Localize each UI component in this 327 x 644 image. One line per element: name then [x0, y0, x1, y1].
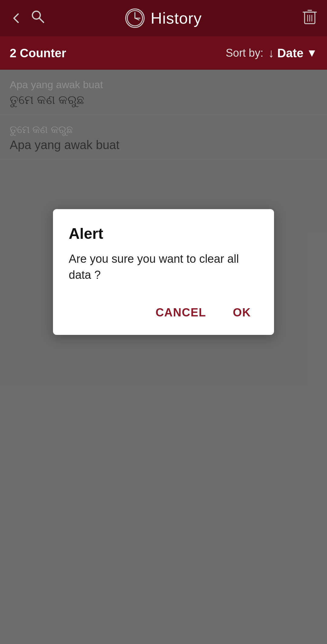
- alert-dialog: Alert Are you sure you want to clear all…: [53, 209, 274, 335]
- svg-line-4: [135, 18, 139, 20]
- dialog-overlay: Alert Are you sure you want to clear all…: [0, 70, 327, 644]
- cancel-button[interactable]: CANCEL: [148, 301, 213, 324]
- svg-line-1: [39, 18, 44, 22]
- search-button[interactable]: [30, 9, 45, 27]
- trash-button[interactable]: [302, 8, 317, 28]
- content-area: Apa yang awak buat ତୁମେ କଣ କରୁଛ ତୁମେ କଣ …: [0, 70, 327, 644]
- svg-point-2: [127, 11, 142, 26]
- back-button[interactable]: [10, 12, 23, 25]
- history-clock-icon: [125, 8, 145, 28]
- app-bar-title-group: History: [125, 8, 202, 28]
- app-bar: History: [0, 0, 327, 36]
- sort-by-label: Sort by:: [226, 47, 263, 59]
- alert-buttons: CANCEL OK: [69, 301, 258, 324]
- sort-dropdown-arrow-icon[interactable]: ▼: [306, 47, 317, 59]
- counter-label: 2 Counter: [10, 46, 226, 60]
- sort-down-arrow-icon: ↓: [268, 46, 274, 60]
- alert-message: Are you sure you want to clear all data …: [69, 251, 258, 283]
- ok-button[interactable]: OK: [226, 301, 258, 324]
- app-bar-title: History: [151, 9, 202, 27]
- sort-bar: 2 Counter Sort by: ↓ Date ▼: [0, 36, 327, 70]
- sort-date-label: Date: [277, 46, 304, 60]
- alert-title: Alert: [69, 225, 258, 242]
